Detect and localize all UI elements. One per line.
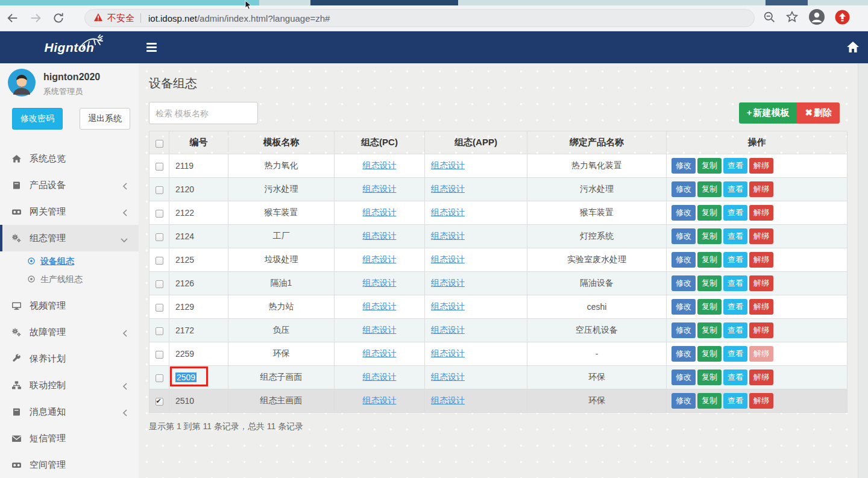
menu-toggle-icon[interactable] [146,41,160,53]
row-checkbox[interactable] [156,351,163,359]
unbind-button[interactable]: 解绑 [749,299,773,315]
edit-button[interactable]: 修改 [671,275,696,291]
app-design-link[interactable]: 组态设计 [431,184,465,193]
sidebar-item[interactable]: 联动控制 [0,372,139,398]
edit-button[interactable]: 修改 [671,370,696,385]
copy-button[interactable]: 复制 [697,370,722,385]
edit-button[interactable]: 修改 [671,299,696,315]
sidebar-item[interactable]: 空间管理 [0,451,139,478]
unbind-button[interactable]: 解绑 [749,275,773,291]
forward-icon[interactable] [25,8,46,28]
sidebar-item[interactable]: 消息通知 [0,398,139,425]
app-design-link[interactable]: 组态设计 [431,278,465,288]
logo[interactable]: Hignton [0,31,139,63]
edit-button[interactable]: 修改 [671,228,696,244]
unbind-button[interactable]: 解绑 [749,252,773,268]
row-checkbox[interactable] [156,233,163,241]
sidebar-subitem[interactable]: 生产线组态 [0,271,139,289]
app-design-link[interactable]: 组态设计 [431,254,465,264]
pc-design-link[interactable]: 组态设计 [363,325,397,335]
bookmark-star-icon[interactable] [785,10,799,26]
search-input[interactable] [149,102,258,124]
app-design-link[interactable]: 组态设计 [431,301,465,311]
unbind-button[interactable]: 解绑 [749,205,773,221]
row-checkbox[interactable] [156,280,163,288]
row-checkbox[interactable] [156,374,163,382]
unbind-button[interactable]: 解绑 [749,370,773,385]
sidebar-item[interactable]: 组态管理 [0,225,139,251]
pc-design-link[interactable]: 组态设计 [363,301,397,311]
browser-update-icon[interactable] [835,10,850,27]
row-checkbox[interactable] [156,327,163,335]
edit-button[interactable]: 修改 [671,393,696,409]
copy-button[interactable]: 复制 [697,346,722,362]
profile-avatar-icon[interactable] [808,8,825,28]
warning-triangle-icon[interactable] [93,13,103,24]
new-template-button[interactable]: +新建模板 [739,102,797,124]
security-warning[interactable]: 不安全 [107,13,134,24]
sidebar-item[interactable]: 故障管理 [0,319,139,345]
pc-design-link[interactable]: 组态设计 [363,160,397,170]
edit-button[interactable]: 修改 [671,346,696,362]
copy-button[interactable]: 复制 [697,393,722,409]
sidebar-subitem[interactable]: 设备组态 [0,253,139,271]
unbind-button[interactable]: 解绑 [749,346,773,362]
pc-design-link[interactable]: 组态设计 [363,348,397,358]
edit-button[interactable]: 修改 [671,252,696,268]
sidebar-item[interactable]: 短信管理 [0,425,139,451]
app-design-link[interactable]: 组态设计 [431,207,465,217]
unbind-button[interactable]: 解绑 [749,393,773,409]
sidebar-item[interactable]: 产品设备 [0,172,139,198]
view-button[interactable]: 查看 [723,370,747,385]
view-button[interactable]: 查看 [723,322,747,338]
row-checkbox[interactable] [156,210,163,218]
unbind-button[interactable]: 解绑 [749,158,773,174]
user-avatar[interactable] [7,68,36,99]
copy-button[interactable]: 复制 [697,228,722,244]
pc-design-link[interactable]: 组态设计 [363,231,397,241]
row-checkbox[interactable] [156,163,163,171]
copy-button[interactable]: 复制 [697,299,722,315]
sidebar-item[interactable]: 视频管理 [0,292,139,319]
pc-design-link[interactable]: 组态设计 [363,278,397,288]
view-button[interactable]: 查看 [723,393,747,409]
view-button[interactable]: 查看 [723,181,747,197]
sidebar-item[interactable]: 系统总览 [0,145,139,172]
pc-design-link[interactable]: 组态设计 [363,254,397,264]
unbind-button[interactable]: 解绑 [749,181,773,197]
app-design-link[interactable]: 组态设计 [431,395,465,405]
home-icon[interactable] [846,40,861,55]
copy-button[interactable]: 复制 [697,322,722,338]
view-button[interactable]: 查看 [723,275,747,291]
back-icon[interactable] [2,8,23,28]
edit-button[interactable]: 修改 [671,158,696,174]
url-bar[interactable]: 不安全 iot.idosp.net/admin/index.html?langu… [84,9,755,27]
copy-button[interactable]: 复制 [697,205,722,221]
pc-design-link[interactable]: 组态设计 [363,207,397,217]
view-button[interactable]: 查看 [723,158,747,174]
edit-button[interactable]: 修改 [671,205,696,221]
copy-button[interactable]: 复制 [697,158,722,174]
url-text[interactable]: iot.idosp.net/admin/index.html?language=… [148,13,330,24]
edit-button[interactable]: 修改 [671,181,696,197]
row-checkbox[interactable] [156,186,163,194]
logout-button[interactable]: 退出系统 [80,108,130,130]
app-design-link[interactable]: 组态设计 [431,325,465,335]
view-button[interactable]: 查看 [723,228,747,244]
row-checkbox[interactable] [156,257,163,265]
row-checkbox[interactable] [156,304,163,312]
app-design-link[interactable]: 组态设计 [431,348,465,358]
copy-button[interactable]: 复制 [697,252,722,268]
zoom-out-icon[interactable] [763,11,776,26]
select-all-checkbox[interactable] [156,140,163,148]
sidebar-item[interactable]: 网关管理 [0,198,139,225]
row-checkbox[interactable] [156,398,163,406]
view-button[interactable]: 查看 [723,299,747,315]
copy-button[interactable]: 复制 [697,181,722,197]
app-design-link[interactable]: 组态设计 [431,372,465,382]
app-design-link[interactable]: 组态设计 [431,160,465,170]
delete-button[interactable]: ✖删除 [797,102,840,124]
pc-design-link[interactable]: 组态设计 [363,372,397,382]
app-design-link[interactable]: 组态设计 [431,231,465,241]
change-password-button[interactable]: 修改密码 [12,108,63,130]
